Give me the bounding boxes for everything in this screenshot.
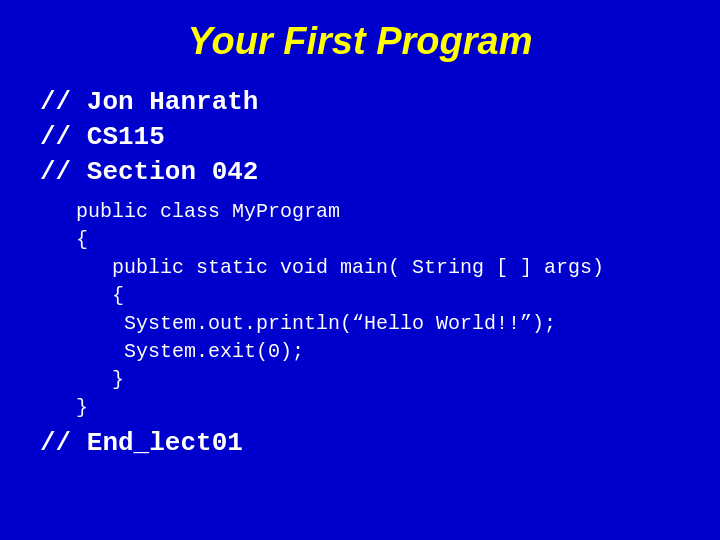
comment-line-2: // CS115 (40, 120, 680, 155)
open-brace-inner: { (40, 282, 680, 310)
close-brace-inner: } (40, 366, 680, 394)
code-block: public class MyProgram { public static v… (40, 198, 680, 461)
exit-statement: System.exit(0); (40, 338, 680, 366)
comment-line-3: // Section 042 (40, 155, 680, 190)
slide: Your First Program // Jon Hanrath // CS1… (0, 0, 720, 540)
open-brace-outer: { (40, 226, 680, 254)
println-statement: System.out.println(“Hello World!!”); (40, 310, 680, 338)
end-comment: // End_lect01 (40, 426, 680, 461)
slide-title: Your First Program (40, 20, 680, 63)
close-brace-outer: } (40, 394, 680, 422)
class-declaration: public class MyProgram (40, 198, 680, 226)
comment-line-1: // Jon Hanrath (40, 85, 680, 120)
main-method: public static void main( String [ ] args… (40, 254, 680, 282)
